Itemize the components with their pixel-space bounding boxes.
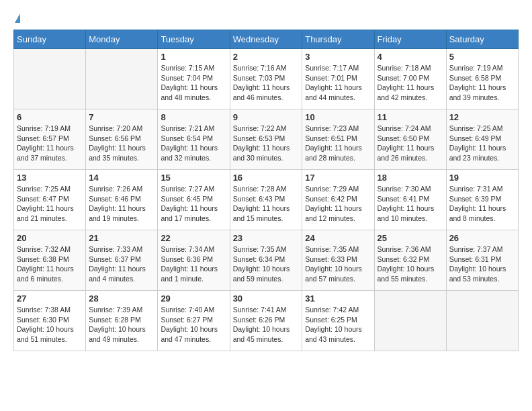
weekday-header-saturday: Saturday bbox=[446, 30, 518, 49]
calendar-cell: 14Sunrise: 7:26 AMSunset: 6:46 PMDayligh… bbox=[86, 170, 158, 230]
calendar-cell: 21Sunrise: 7:33 AMSunset: 6:37 PMDayligh… bbox=[86, 230, 158, 291]
day-info: Sunrise: 7:34 AMSunset: 6:36 PMDaylight:… bbox=[161, 244, 226, 284]
day-info: Sunrise: 7:29 AMSunset: 6:42 PMDaylight:… bbox=[305, 184, 371, 224]
day-info: Sunrise: 7:40 AMSunset: 6:27 PMDaylight:… bbox=[161, 305, 226, 345]
calendar-table: SundayMondayTuesdayWednesdayThursdayFrid… bbox=[13, 30, 519, 351]
calendar-cell: 10Sunrise: 7:23 AMSunset: 6:51 PMDayligh… bbox=[302, 109, 374, 170]
day-number: 8 bbox=[161, 112, 226, 122]
calendar-cell: 23Sunrise: 7:35 AMSunset: 6:34 PMDayligh… bbox=[230, 230, 302, 291]
day-info: Sunrise: 7:18 AMSunset: 7:00 PMDaylight:… bbox=[378, 63, 443, 103]
day-number: 22 bbox=[161, 233, 226, 243]
logo-icon bbox=[15, 13, 20, 23]
calendar-cell: 8Sunrise: 7:21 AMSunset: 6:54 PMDaylight… bbox=[158, 109, 230, 170]
day-info: Sunrise: 7:24 AMSunset: 6:50 PMDaylight:… bbox=[378, 124, 443, 163]
calendar-cell bbox=[446, 291, 518, 351]
calendar-cell: 22Sunrise: 7:34 AMSunset: 6:36 PMDayligh… bbox=[158, 230, 230, 291]
calendar-cell: 11Sunrise: 7:24 AMSunset: 6:50 PMDayligh… bbox=[374, 109, 446, 170]
day-info: Sunrise: 7:15 AMSunset: 7:04 PMDaylight:… bbox=[161, 63, 226, 103]
calendar-cell: 28Sunrise: 7:39 AMSunset: 6:28 PMDayligh… bbox=[86, 291, 158, 351]
logo bbox=[13, 13, 20, 23]
day-number: 23 bbox=[233, 233, 300, 243]
calendar-week-1: 1Sunrise: 7:15 AMSunset: 7:04 PMDaylight… bbox=[14, 49, 519, 109]
day-number: 20 bbox=[17, 233, 83, 243]
calendar-cell: 15Sunrise: 7:27 AMSunset: 6:45 PMDayligh… bbox=[158, 170, 230, 230]
day-number: 31 bbox=[305, 293, 371, 304]
calendar-week-3: 13Sunrise: 7:25 AMSunset: 6:47 PMDayligh… bbox=[14, 170, 519, 230]
day-info: Sunrise: 7:33 AMSunset: 6:37 PMDaylight:… bbox=[89, 244, 154, 284]
day-info: Sunrise: 7:21 AMSunset: 6:54 PMDaylight:… bbox=[161, 124, 226, 163]
day-number: 19 bbox=[449, 173, 515, 183]
day-info: Sunrise: 7:41 AMSunset: 6:26 PMDaylight:… bbox=[233, 305, 300, 345]
calendar-cell: 31Sunrise: 7:42 AMSunset: 6:25 PMDayligh… bbox=[302, 291, 374, 351]
day-number: 25 bbox=[378, 233, 443, 243]
calendar-cell: 4Sunrise: 7:18 AMSunset: 7:00 PMDaylight… bbox=[374, 49, 446, 109]
calendar-cell: 6Sunrise: 7:19 AMSunset: 6:57 PMDaylight… bbox=[14, 109, 86, 170]
calendar-cell: 17Sunrise: 7:29 AMSunset: 6:42 PMDayligh… bbox=[302, 170, 374, 230]
calendar-cell: 19Sunrise: 7:31 AMSunset: 6:39 PMDayligh… bbox=[446, 170, 518, 230]
day-number: 5 bbox=[449, 52, 515, 62]
day-info: Sunrise: 7:35 AMSunset: 6:33 PMDaylight:… bbox=[305, 244, 371, 284]
calendar-cell bbox=[14, 49, 86, 109]
calendar-cell bbox=[374, 291, 446, 351]
day-info: Sunrise: 7:36 AMSunset: 6:32 PMDaylight:… bbox=[378, 244, 443, 284]
calendar-cell: 27Sunrise: 7:38 AMSunset: 6:30 PMDayligh… bbox=[14, 291, 86, 351]
day-number: 17 bbox=[305, 173, 371, 183]
calendar-cell: 20Sunrise: 7:32 AMSunset: 6:38 PMDayligh… bbox=[14, 230, 86, 291]
day-info: Sunrise: 7:23 AMSunset: 6:51 PMDaylight:… bbox=[305, 124, 371, 163]
day-info: Sunrise: 7:16 AMSunset: 7:03 PMDaylight:… bbox=[233, 63, 300, 103]
day-number: 6 bbox=[17, 112, 83, 122]
day-info: Sunrise: 7:25 AMSunset: 6:49 PMDaylight:… bbox=[449, 124, 515, 163]
day-info: Sunrise: 7:39 AMSunset: 6:28 PMDaylight:… bbox=[89, 305, 154, 345]
day-number: 29 bbox=[161, 293, 226, 304]
calendar-cell: 12Sunrise: 7:25 AMSunset: 6:49 PMDayligh… bbox=[446, 109, 518, 170]
calendar-cell: 25Sunrise: 7:36 AMSunset: 6:32 PMDayligh… bbox=[374, 230, 446, 291]
calendar-cell: 1Sunrise: 7:15 AMSunset: 7:04 PMDaylight… bbox=[158, 49, 230, 109]
day-number: 1 bbox=[161, 52, 226, 62]
day-number: 13 bbox=[17, 173, 83, 183]
weekday-header-thursday: Thursday bbox=[302, 30, 374, 49]
day-number: 27 bbox=[17, 293, 83, 304]
calendar-week-5: 27Sunrise: 7:38 AMSunset: 6:30 PMDayligh… bbox=[14, 291, 519, 351]
day-info: Sunrise: 7:19 AMSunset: 6:58 PMDaylight:… bbox=[449, 63, 515, 103]
calendar-cell: 5Sunrise: 7:19 AMSunset: 6:58 PMDaylight… bbox=[446, 49, 518, 109]
day-info: Sunrise: 7:20 AMSunset: 6:56 PMDaylight:… bbox=[89, 124, 154, 163]
calendar-week-4: 20Sunrise: 7:32 AMSunset: 6:38 PMDayligh… bbox=[14, 230, 519, 291]
day-info: Sunrise: 7:19 AMSunset: 6:57 PMDaylight:… bbox=[17, 124, 83, 163]
day-info: Sunrise: 7:26 AMSunset: 6:46 PMDaylight:… bbox=[89, 184, 154, 224]
calendar-cell: 30Sunrise: 7:41 AMSunset: 6:26 PMDayligh… bbox=[230, 291, 302, 351]
day-info: Sunrise: 7:30 AMSunset: 6:41 PMDaylight:… bbox=[378, 184, 443, 224]
weekday-header-sunday: Sunday bbox=[14, 30, 86, 49]
day-number: 16 bbox=[233, 173, 300, 183]
day-info: Sunrise: 7:35 AMSunset: 6:34 PMDaylight:… bbox=[233, 244, 300, 284]
day-info: Sunrise: 7:25 AMSunset: 6:47 PMDaylight:… bbox=[17, 184, 83, 224]
day-number: 15 bbox=[161, 173, 226, 183]
day-info: Sunrise: 7:42 AMSunset: 6:25 PMDaylight:… bbox=[305, 305, 371, 345]
calendar-cell bbox=[86, 49, 158, 109]
day-number: 21 bbox=[89, 233, 154, 243]
day-number: 2 bbox=[233, 52, 300, 62]
calendar-cell: 7Sunrise: 7:20 AMSunset: 6:56 PMDaylight… bbox=[86, 109, 158, 170]
calendar-header-row: SundayMondayTuesdayWednesdayThursdayFrid… bbox=[14, 30, 519, 49]
calendar-cell: 16Sunrise: 7:28 AMSunset: 6:43 PMDayligh… bbox=[230, 170, 302, 230]
weekday-header-monday: Monday bbox=[86, 30, 158, 49]
page-header bbox=[13, 13, 519, 23]
day-info: Sunrise: 7:32 AMSunset: 6:38 PMDaylight:… bbox=[17, 244, 83, 284]
calendar-cell: 24Sunrise: 7:35 AMSunset: 6:33 PMDayligh… bbox=[302, 230, 374, 291]
weekday-header-friday: Friday bbox=[374, 30, 446, 49]
day-number: 12 bbox=[449, 112, 515, 122]
calendar-cell: 13Sunrise: 7:25 AMSunset: 6:47 PMDayligh… bbox=[14, 170, 86, 230]
day-info: Sunrise: 7:31 AMSunset: 6:39 PMDaylight:… bbox=[449, 184, 515, 224]
day-info: Sunrise: 7:27 AMSunset: 6:45 PMDaylight:… bbox=[161, 184, 226, 224]
day-number: 24 bbox=[305, 233, 371, 243]
day-info: Sunrise: 7:22 AMSunset: 6:53 PMDaylight:… bbox=[233, 124, 300, 163]
day-info: Sunrise: 7:28 AMSunset: 6:43 PMDaylight:… bbox=[233, 184, 300, 224]
calendar-cell: 18Sunrise: 7:30 AMSunset: 6:41 PMDayligh… bbox=[374, 170, 446, 230]
day-number: 30 bbox=[233, 293, 300, 304]
weekday-header-tuesday: Tuesday bbox=[158, 30, 230, 49]
calendar-cell: 26Sunrise: 7:37 AMSunset: 6:31 PMDayligh… bbox=[446, 230, 518, 291]
day-number: 3 bbox=[305, 52, 371, 62]
day-number: 9 bbox=[233, 112, 300, 122]
day-info: Sunrise: 7:17 AMSunset: 7:01 PMDaylight:… bbox=[305, 63, 371, 103]
day-number: 11 bbox=[378, 112, 443, 122]
calendar-cell: 29Sunrise: 7:40 AMSunset: 6:27 PMDayligh… bbox=[158, 291, 230, 351]
